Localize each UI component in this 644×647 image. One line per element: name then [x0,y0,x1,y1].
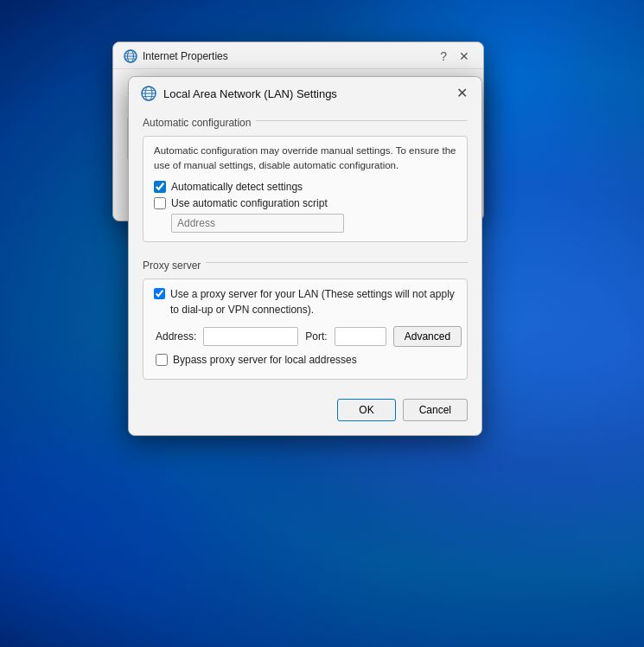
lan-ok-cancel-row: OK Cancel [143,392,468,421]
lan-ok-button[interactable]: OK [337,399,395,421]
bypass-checkbox[interactable] [156,354,168,366]
close-outer-button[interactable]: ✕ [456,50,473,62]
auto-config-label: Automatic configuration [143,117,251,129]
proxy-address-input[interactable] [203,327,298,346]
lan-close-button[interactable]: ✕ [455,86,469,100]
proxy-port-label: Port: [305,330,327,343]
proxy-container: Use a proxy server for your LAN (These s… [143,279,468,380]
auto-detect-label: Automatically detect settings [171,181,303,193]
lan-dialog-title: Local Area Network (LAN) Settings [163,87,448,100]
lan-dialog-body: Automatic configuration Automatic config… [129,108,481,435]
lan-globe-icon [141,86,156,101]
auto-config-desc: Automatic configuration may override man… [154,144,456,174]
proxy-use-label: Use a proxy server for your LAN (These s… [170,286,456,317]
bypass-label: Bypass proxy server for local addresses [173,354,357,366]
proxy-use-checkbox[interactable] [154,288,165,299]
proxy-section-label: Proxy server [143,259,201,272]
auto-script-checkbox[interactable] [154,197,166,209]
auto-config-container: Automatic configuration may override man… [143,136,468,242]
auto-address-row [171,214,456,233]
proxy-section-header: Proxy server [143,251,468,275]
proxy-addr-row: Address: Port: Advanced [154,326,456,347]
proxy-divider [206,262,468,263]
globe-icon [124,49,137,63]
proxy-port-input[interactable] [335,327,386,346]
auto-detect-row: Automatically detect settings [154,181,456,193]
auto-detect-checkbox[interactable] [154,181,166,193]
internet-properties-title: Internet Properties [143,50,431,62]
auto-config-divider [256,120,468,121]
lan-cancel-button[interactable]: Cancel [403,399,468,421]
auto-address-input[interactable] [171,214,344,233]
bypass-row: Bypass proxy server for local addresses [154,354,456,366]
auto-script-row: Use automatic configuration script [154,197,456,209]
advanced-button[interactable]: Advanced [393,326,462,347]
auto-config-section-header: Automatic configuration [143,108,468,132]
auto-script-label: Use automatic configuration script [171,197,328,209]
lan-settings-dialog: Local Area Network (LAN) Settings ✕ Auto… [128,76,482,436]
lan-dialog-titlebar: Local Area Network (LAN) Settings ✕ [129,77,481,108]
proxy-address-label: Address: [156,330,196,343]
internet-properties-titlebar: Internet Properties ? ✕ [113,42,483,69]
proxy-use-row: Use a proxy server for your LAN (These s… [154,286,456,317]
help-button[interactable]: ? [437,50,450,62]
